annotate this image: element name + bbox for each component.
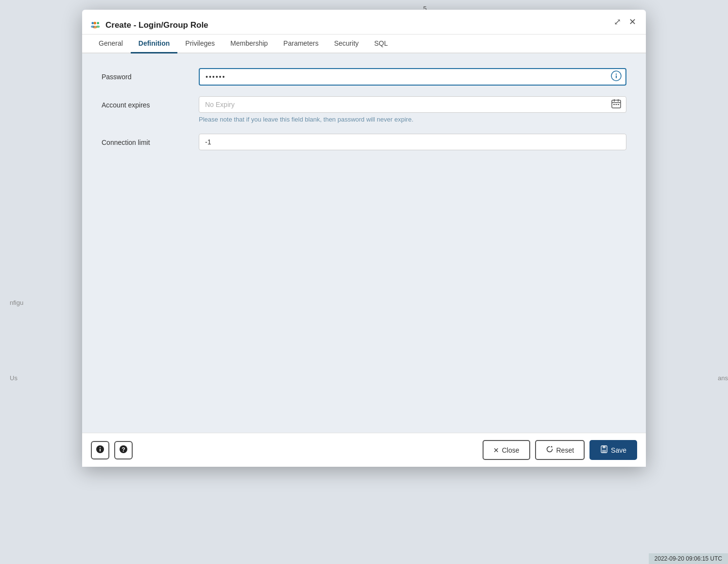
close-button[interactable]: ✕ Close xyxy=(483,440,530,460)
close-header-button[interactable]: ✕ xyxy=(628,17,637,27)
password-toggle-icon[interactable] xyxy=(611,70,622,84)
password-input-wrapper xyxy=(199,68,626,86)
svg-point-17 xyxy=(100,447,101,448)
connection-limit-input[interactable] xyxy=(199,134,626,150)
tab-privileges[interactable]: Privileges xyxy=(177,35,223,53)
modal-dialog: Create - Login/Group Role ⤢ ✕ General De… xyxy=(82,10,646,467)
password-label: Password xyxy=(102,68,199,81)
svg-rect-13 xyxy=(613,104,615,105)
modal-title-row: Create - Login/Group Role xyxy=(91,20,208,31)
tab-sql[interactable]: SQL xyxy=(366,35,396,53)
account-expires-label: Account expires xyxy=(102,96,199,109)
tab-security[interactable]: Security xyxy=(326,35,366,53)
save-icon xyxy=(600,445,608,455)
password-input[interactable] xyxy=(199,68,626,86)
modal-overlay: Create - Login/Group Role ⤢ ✕ General De… xyxy=(0,0,728,564)
save-label: Save xyxy=(611,446,626,454)
expires-hint: Please note that if you leave this field… xyxy=(199,116,626,123)
password-row: Password xyxy=(102,68,626,86)
svg-rect-23 xyxy=(602,450,606,452)
svg-rect-15 xyxy=(618,104,619,105)
calendar-icon[interactable] xyxy=(611,98,622,111)
reset-icon xyxy=(546,445,554,455)
connection-limit-label: Connection limit xyxy=(102,134,199,146)
modal-body: Password xyxy=(82,53,646,433)
svg-rect-18 xyxy=(100,449,101,452)
tab-membership[interactable]: Membership xyxy=(223,35,276,53)
svg-text:?: ? xyxy=(121,446,125,453)
account-expires-input[interactable] xyxy=(199,96,626,113)
tab-parameters[interactable]: Parameters xyxy=(276,35,326,53)
tab-general[interactable]: General xyxy=(91,35,131,53)
svg-point-0 xyxy=(94,22,97,25)
reset-label: Reset xyxy=(556,446,574,454)
account-expires-input-wrapper xyxy=(199,96,626,113)
svg-point-4 xyxy=(96,25,100,28)
footer-left: ? xyxy=(91,441,133,459)
svg-point-2 xyxy=(91,22,94,24)
tabs-container: General Definition Privileges Membership… xyxy=(82,35,646,53)
svg-point-1 xyxy=(97,22,99,24)
info-icon xyxy=(96,445,104,456)
svg-point-5 xyxy=(91,25,94,28)
footer-right: ✕ Close Reset xyxy=(483,440,637,460)
connection-limit-row: Connection limit xyxy=(102,134,626,150)
info-button[interactable] xyxy=(91,441,109,459)
close-icon: ✕ xyxy=(493,446,499,454)
help-button[interactable]: ? xyxy=(114,441,133,459)
tab-definition[interactable]: Definition xyxy=(131,35,178,53)
account-expires-row: Account expires xyxy=(102,96,626,123)
connection-limit-field xyxy=(199,134,626,150)
svg-rect-22 xyxy=(603,446,606,448)
modal-header-icons: ⤢ ✕ xyxy=(613,17,637,34)
password-field xyxy=(199,68,626,86)
save-button[interactable]: Save xyxy=(589,440,637,460)
svg-rect-8 xyxy=(616,75,617,78)
groups-icon xyxy=(91,20,102,31)
modal-footer: ? ✕ Close Reset xyxy=(82,433,646,467)
expand-button[interactable]: ⤢ xyxy=(613,17,622,27)
svg-point-7 xyxy=(616,73,617,74)
modal-title: Create - Login/Group Role xyxy=(105,20,208,30)
close-label: Close xyxy=(502,446,520,454)
modal-header: Create - Login/Group Role ⤢ ✕ xyxy=(82,10,646,35)
reset-button[interactable]: Reset xyxy=(535,440,585,460)
help-icon: ? xyxy=(119,445,128,456)
account-expires-field: Please note that if you leave this field… xyxy=(199,96,626,123)
svg-rect-14 xyxy=(616,104,617,105)
